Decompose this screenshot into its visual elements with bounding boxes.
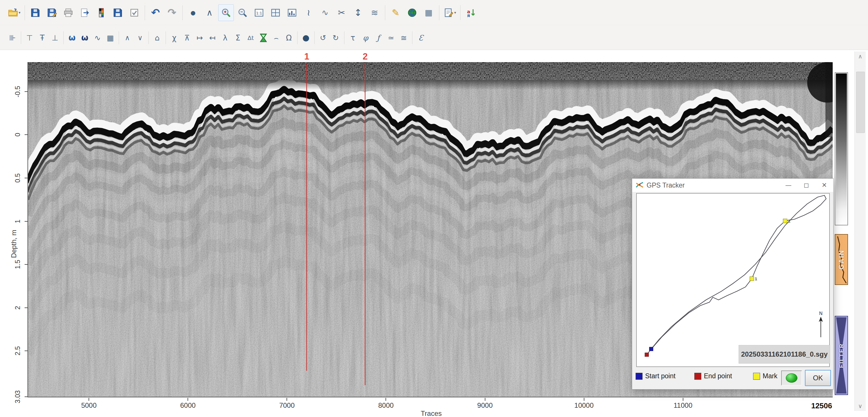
dropdown-arrow-icon[interactable]: ▾ <box>454 10 456 15</box>
zoom-in-button[interactable] <box>218 4 234 21</box>
gain-panel[interactable]: GAIN <box>835 234 848 285</box>
x-tick <box>385 398 386 401</box>
toolbar-separator <box>314 32 315 44</box>
dewow-button[interactable]: λ <box>219 30 231 46</box>
rotate-left-button[interactable]: ↺ <box>317 30 329 46</box>
zoom-1-1-button[interactable]: 1:1 <box>251 4 267 21</box>
scroll-up-arrow[interactable]: ∧ <box>855 51 866 61</box>
zoom-out-button[interactable] <box>235 4 250 21</box>
wiggle-mode-1-icon: ω <box>69 34 75 42</box>
delete-block-icon: ⌂ <box>155 34 160 42</box>
filter-label: FILTER <box>838 343 845 368</box>
dropdown-arrow-icon[interactable]: ▾ <box>19 10 21 15</box>
phase-filter-button[interactable]: φ <box>360 30 372 46</box>
point-mode-button[interactable]: ● <box>185 4 201 21</box>
background-removal-button[interactable] <box>257 30 270 46</box>
maximize-button[interactable]: ◻ <box>797 179 815 192</box>
open-file-button[interactable]: ▾ <box>6 4 22 21</box>
x-axis-title: Traces <box>399 410 463 417</box>
ohm-filter-button[interactable]: Ω <box>283 30 295 46</box>
grid-table-button[interactable]: ▦ <box>421 4 436 21</box>
move-up-button[interactable]: ∧ <box>121 30 133 46</box>
band-filter-2-icon: ≅ <box>401 34 407 42</box>
print-button[interactable] <box>61 4 76 21</box>
velocity-sphere-button[interactable]: ● <box>300 30 312 46</box>
wiggle-mode-3-icon: ∿ <box>94 34 101 42</box>
apply-checkbox-button[interactable] <box>126 4 142 21</box>
frequency-filter-button[interactable]: ƒ <box>372 30 384 46</box>
scroll-down-arrow[interactable]: ∨ <box>855 401 866 411</box>
toolbar-separator <box>119 32 119 44</box>
close-button[interactable]: ✕ <box>815 179 833 192</box>
map-view-button[interactable] <box>404 4 420 21</box>
gps-end-point <box>645 353 649 357</box>
wiggle-mode-1-button[interactable]: ω <box>66 30 78 46</box>
gps-window-title: GPS Tracker <box>647 181 779 189</box>
wiggle-mode-3-button[interactable]: ∿ <box>91 30 104 46</box>
minimize-button[interactable]: — <box>779 179 797 192</box>
gps-tracker-window: GPS Tracker — ◻ ✕ 12N 20250331162101186_… <box>632 178 834 389</box>
report-notes-button[interactable]: ▾ <box>442 4 458 21</box>
wiggle-mode-2-button[interactable]: ω <box>79 30 91 46</box>
legend-label-mark: Mark <box>763 372 777 380</box>
cut-top-button[interactable]: ⊤ <box>24 30 36 46</box>
reverse-profile-button[interactable]: ↤ <box>206 30 219 46</box>
layers-icon: ≋ <box>371 8 378 17</box>
y-tick <box>25 134 28 135</box>
export-report-button[interactable] <box>77 4 93 21</box>
resample-button[interactable]: χ <box>168 30 180 46</box>
y-tick <box>25 308 28 308</box>
save-as-button[interactable] <box>44 4 60 21</box>
dc-removal-button[interactable]: ⊼ <box>181 30 193 46</box>
cut-bottom-button[interactable]: ⊥ <box>49 30 61 46</box>
wiggle-view-button[interactable]: ≀ <box>301 4 316 21</box>
gain-function-button[interactable]: τ <box>347 30 359 46</box>
band-filter-2-button[interactable]: ≅ <box>398 30 410 46</box>
toolbar-separator <box>145 5 145 20</box>
gps-window-titlebar[interactable]: GPS Tracker — ◻ ✕ <box>632 179 833 192</box>
save-as-icon <box>46 7 57 18</box>
envelope-button[interactable]: ⌢ <box>270 30 282 46</box>
move-up-icon: ∧ <box>125 34 130 41</box>
stacking-button[interactable]: Σ <box>232 30 244 46</box>
cut-bottom-icon: ⊥ <box>52 34 59 42</box>
delete-block-button[interactable]: ⌂ <box>151 30 163 46</box>
scrollbar-thumb[interactable] <box>856 72 865 133</box>
ok-button[interactable]: OK <box>805 370 831 386</box>
gps-mark-point <box>783 219 787 223</box>
rotate-right-button[interactable]: ↻ <box>330 30 342 46</box>
save-button[interactable] <box>28 4 43 21</box>
trace-header-button[interactable]: ⊪ <box>6 30 19 46</box>
move-down-button[interactable]: ∨ <box>134 30 146 46</box>
time-shift-button[interactable]: Δt <box>245 30 257 46</box>
stretch-vertical-button[interactable]: ↕ <box>350 4 366 21</box>
redo-button[interactable]: ↷ <box>164 4 180 21</box>
undo-button[interactable]: ↶ <box>148 4 163 21</box>
vertical-scrollbar[interactable]: ∧ ∨ <box>855 51 866 411</box>
legend-swatch-start-point <box>636 373 643 380</box>
cut-top-icon: ⊤ <box>26 34 33 42</box>
pick-mode-button[interactable]: ∧ <box>202 4 217 21</box>
y-tick <box>25 91 28 92</box>
apply-checkbox-icon <box>129 7 140 18</box>
band-filter-1-button[interactable]: ≃ <box>385 30 397 46</box>
histogram-view-button[interactable] <box>284 4 300 21</box>
cut-window-button[interactable]: Ŧ <box>36 30 48 46</box>
stacking-icon: Σ <box>236 34 240 42</box>
filter-panel[interactable]: FILTER <box>835 316 848 395</box>
stretch-vertical-icon: ↕ <box>354 8 362 18</box>
edit-button[interactable]: ✎ <box>388 4 403 21</box>
save-section-button[interactable] <box>110 4 126 21</box>
cut-button[interactable]: ✂ <box>334 4 349 21</box>
grid-view-button[interactable]: ▦ <box>104 30 116 46</box>
shift-traces-button[interactable]: ↦ <box>194 30 206 46</box>
dielectric-epsilon-button[interactable]: Ɛ <box>415 30 427 46</box>
gain-label: GAIN <box>838 249 845 270</box>
layers-button[interactable]: ≋ <box>367 4 382 21</box>
sort-az-button[interactable]: aя <box>463 4 479 21</box>
cut-icon: ✂ <box>338 8 345 17</box>
phase-filter-icon: φ <box>363 34 368 42</box>
color-palette-button[interactable] <box>93 4 109 21</box>
wiggle-points-button[interactable]: ∿ <box>317 4 333 21</box>
tile-view-button[interactable] <box>268 4 283 21</box>
